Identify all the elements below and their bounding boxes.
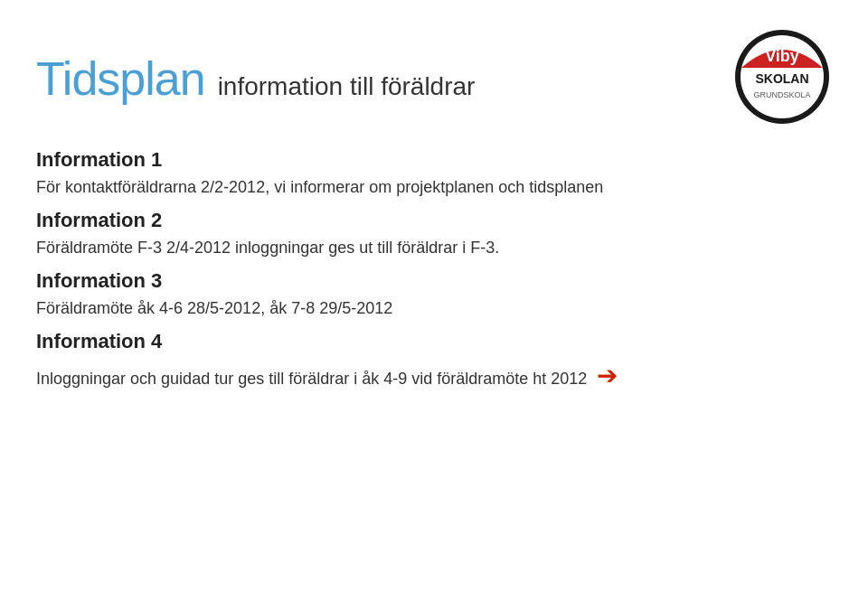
- svg-text:SKOLAN: SKOLAN: [755, 71, 808, 86]
- main-title: Tidsplan: [36, 52, 205, 106]
- section-info3: Information 3 Föräldramöte åk 4-6 28/5-2…: [36, 269, 832, 321]
- section-2-text: Föräldramöte F-3 2/4-2012 inloggningar g…: [36, 236, 832, 260]
- section-4-text-row: Inloggningar och guidad tur ges till för…: [36, 357, 832, 395]
- section-info4: Information 4 Inloggningar och guidad tu…: [36, 330, 832, 395]
- section-info1: Information 1 För kontaktföräldrarna 2/2…: [36, 148, 832, 200]
- section-4-heading: Information 4: [36, 330, 832, 353]
- red-arrow-icon: ➔: [597, 357, 618, 395]
- svg-text:Viby: Viby: [765, 47, 799, 65]
- logo-svg: Viby SKOLAN GRUNDSKOLA: [732, 27, 832, 127]
- section-1-heading: Information 1: [36, 148, 832, 172]
- viby-skolan-logo: Viby SKOLAN GRUNDSKOLA: [732, 27, 832, 130]
- section-info2: Information 2 Föräldramöte F-3 2/4-2012 …: [36, 209, 832, 260]
- section-3-heading: Information 3: [36, 269, 832, 293]
- section-2-heading: Information 2: [36, 209, 832, 232]
- section-1-text: För kontaktföräldrarna 2/2-2012, vi info…: [36, 175, 832, 200]
- page-container: Tidsplan information till föräldrar Viby…: [0, 0, 868, 591]
- section-3-text: Föräldramöte åk 4-6 28/5-2012, åk 7-8 29…: [36, 296, 832, 321]
- header-row: Tidsplan information till föräldrar Viby…: [36, 27, 832, 130]
- svg-text:GRUNDSKOLA: GRUNDSKOLA: [753, 90, 810, 99]
- section-4-text: Inloggningar och guidad tur ges till för…: [36, 357, 618, 395]
- title-area: Tidsplan information till föräldrar: [36, 52, 475, 106]
- subtitle: information till föräldrar: [218, 72, 476, 101]
